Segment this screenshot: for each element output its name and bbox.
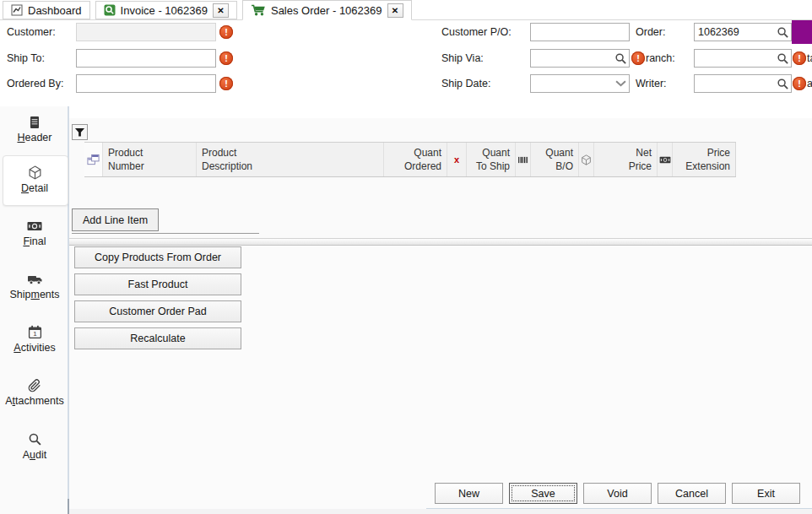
money-icon — [27, 219, 42, 233]
sidebar-item-label: Shipments — [9, 289, 59, 300]
header-icon — [30, 115, 40, 129]
required-icon: ! — [219, 77, 233, 90]
clipped-label: a — [807, 78, 812, 89]
detail-panel — [69, 118, 812, 238]
column-header-package[interactable] — [579, 143, 594, 176]
tab-invoice[interactable]: Invoice - 1062369 ✕ — [95, 1, 237, 19]
required-icon: ! — [219, 25, 233, 39]
void-button[interactable]: Void — [583, 483, 652, 504]
column-header-quant-to-ship[interactable]: QuantTo Ship — [467, 143, 516, 176]
required-icon: ! — [793, 77, 806, 90]
tab-label: Dashboard — [28, 4, 82, 17]
sidebar-item-label: Detail — [21, 182, 48, 194]
sidebar-item-label: Header — [17, 132, 51, 143]
search-icon[interactable] — [612, 50, 629, 67]
branch-field[interactable] — [694, 49, 792, 68]
ordered-by-label: Ordered By: — [7, 78, 63, 89]
exit-button[interactable]: Exit — [732, 483, 800, 504]
column-header-barcode[interactable] — [516, 143, 531, 176]
sidebar-item-header[interactable]: Header — [0, 115, 69, 143]
status-strip — [69, 509, 812, 514]
writer-label: Writer: — [636, 78, 667, 89]
branch-input[interactable] — [695, 50, 774, 67]
column-header-product-description[interactable]: ProductDescription — [197, 143, 384, 176]
tab-label: Sales Order - 1062369 — [271, 4, 382, 17]
ordered-by-field[interactable] — [76, 74, 216, 93]
delete-x-icon: x — [454, 154, 459, 166]
sidebar-item-label: Attachments — [5, 395, 64, 407]
splitter-handle[interactable] — [69, 238, 812, 246]
svg-text:1: 1 — [33, 330, 37, 338]
search-icon[interactable] — [774, 24, 791, 41]
order-label: Order: — [636, 26, 665, 38]
customer-input[interactable] — [77, 24, 215, 41]
writer-input[interactable] — [695, 75, 774, 92]
column-header-net-price[interactable]: NetPrice — [594, 143, 658, 176]
sidebar-item-activities[interactable]: 1 Activities — [0, 325, 69, 354]
customer-po-label: Customer P/O: — [441, 26, 512, 38]
search-icon[interactable] — [774, 75, 791, 92]
sidebar-item-detail[interactable]: Detail — [0, 165, 69, 194]
ship-date-input[interactable] — [531, 75, 612, 92]
ship-via-label: Ship Via: — [441, 52, 484, 64]
column-header-quant-bo[interactable]: QuantB/O — [531, 143, 579, 176]
writer-field[interactable] — [694, 74, 792, 93]
required-icon: ! — [219, 51, 233, 65]
filter-button[interactable] — [72, 124, 88, 140]
sidebar-item-shipments[interactable]: Shipments — [0, 272, 69, 300]
close-icon[interactable]: ✕ — [387, 3, 403, 18]
tab-sales-order[interactable]: Sales Order - 1062369 ✕ — [242, 0, 412, 20]
customer-field[interactable] — [76, 23, 216, 41]
column-header-quant-ordered[interactable]: QuantOrdered — [384, 143, 447, 176]
tab-label: Invoice - 1062369 — [121, 4, 208, 17]
customer-order-pad-button[interactable]: Customer Order Pad — [74, 300, 241, 322]
sidebar-item-audit[interactable]: Audit — [0, 432, 69, 461]
customer-po-field[interactable] — [530, 23, 630, 41]
chevron-down-icon[interactable] — [612, 75, 629, 92]
column-header-delete[interactable]: x — [447, 143, 467, 176]
add-line-item-button[interactable]: Add Line Item — [72, 208, 159, 231]
invoice-search-icon — [104, 4, 116, 16]
sidebar-item-final[interactable]: Final — [0, 219, 69, 247]
save-button[interactable]: Save — [509, 483, 577, 504]
cancel-button[interactable]: Cancel — [658, 483, 726, 504]
column-header-price-extension[interactable]: PriceExtension — [673, 143, 736, 176]
column-header-product-number[interactable]: ProductNumber — [103, 143, 197, 176]
branch-label: ranch: — [646, 52, 675, 64]
required-icon: ! — [793, 51, 806, 65]
ship-to-field[interactable] — [76, 49, 216, 68]
cart-icon — [251, 4, 266, 17]
customer-label: Customer: — [7, 26, 56, 38]
ship-via-input[interactable] — [531, 50, 612, 67]
order-input[interactable] — [695, 24, 774, 41]
tab-bar: Dashboard Invoice - 1062369 ✕ Sales Orde… — [0, 0, 812, 20]
package-icon — [28, 165, 42, 180]
tab-dashboard[interactable]: Dashboard — [3, 1, 90, 19]
new-button[interactable]: New — [435, 483, 503, 504]
grid-header-row: ProductNumber ProductDescription QuantOr… — [84, 142, 736, 177]
status-color-block — [792, 20, 812, 44]
sidebar-item-label: Final — [23, 235, 46, 247]
status-strip-border — [426, 508, 812, 509]
order-field[interactable] — [694, 23, 792, 41]
search-icon[interactable] — [774, 50, 791, 67]
ship-date-field[interactable] — [530, 74, 630, 93]
customer-po-input[interactable] — [531, 24, 629, 41]
fast-product-button[interactable]: Fast Product — [74, 273, 241, 295]
package-icon — [581, 154, 592, 165]
ship-to-label: Ship To: — [7, 52, 45, 64]
sidebar-item-label: Audit — [23, 449, 47, 461]
close-icon[interactable]: ✕ — [213, 3, 229, 18]
funnel-icon — [74, 127, 85, 138]
ordered-by-input[interactable] — [77, 75, 215, 92]
copy-products-from-order-button[interactable]: Copy Products From Order — [74, 246, 241, 268]
clipped-label: ta — [807, 52, 812, 64]
recalculate-button[interactable]: Recalculate — [74, 327, 241, 349]
calendar-icon: 1 — [28, 325, 42, 339]
dashboard-chart-icon — [11, 4, 23, 16]
ship-to-input[interactable] — [77, 50, 215, 67]
ship-via-field[interactable] — [530, 49, 630, 68]
sidebar-item-attachments[interactable]: Attachments — [0, 378, 69, 407]
column-header-money[interactable] — [658, 143, 673, 176]
divider — [72, 233, 259, 234]
